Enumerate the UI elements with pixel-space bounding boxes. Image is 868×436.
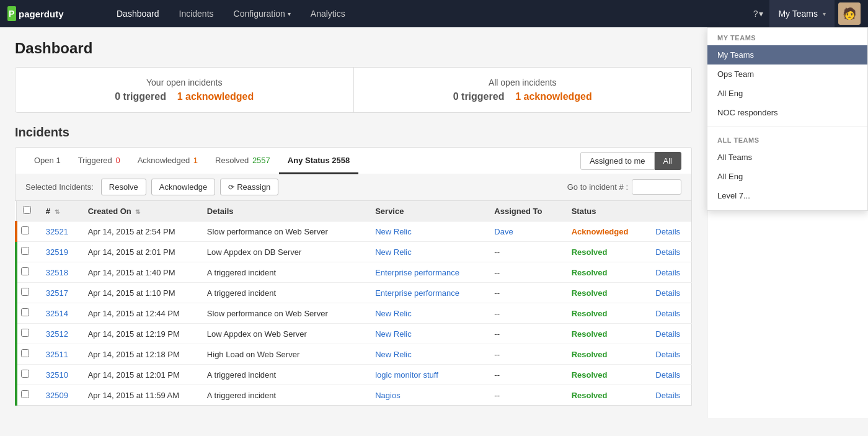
tab-open[interactable]: Open 1 (25, 148, 69, 174)
row-checkbox[interactable] (21, 329, 29, 337)
nav-configuration[interactable]: Configuration ▾ (224, 0, 301, 27)
sidebar-item-noc[interactable]: NOC responders (707, 103, 867, 122)
all-ack-count: 1 acknowledged (515, 91, 592, 102)
row-checkbox[interactable] (21, 370, 29, 378)
incident-details-link[interactable]: Details (655, 268, 680, 277)
my-teams-button[interactable]: My Teams ▾ (769, 0, 835, 27)
incident-number-cell: 32519 (40, 242, 82, 262)
nav-incidents[interactable]: Incidents (169, 0, 224, 27)
all-open-incidents-pane: All open incidents 0 triggered 1 acknowl… (354, 68, 692, 112)
assigned-dash: -- (494, 288, 500, 298)
incident-number-link[interactable]: 32510 (46, 370, 68, 380)
content-area: Dashboard Your open incidents 0 triggere… (0, 27, 707, 418)
incident-status-cell: Resolved (565, 324, 650, 344)
incident-action-cell: Details (649, 283, 691, 303)
incident-assigned-cell: -- (488, 365, 565, 385)
stats-box: Your open incidents 0 triggered 1 acknow… (15, 67, 692, 113)
avatar-button[interactable]: 🧑 (838, 2, 861, 25)
table-row: 32510 Apr 14, 2015 at 12:01 PM A trigger… (16, 365, 692, 385)
assigned-dash: -- (494, 350, 500, 359)
th-number[interactable]: # ⇅ (40, 201, 82, 221)
logo[interactable]: P pagerduty (7, 5, 94, 22)
resolve-button[interactable]: Resolve (101, 179, 146, 195)
incident-service-link[interactable]: New Relic (375, 350, 412, 359)
sidebar-item-all-eng-2[interactable]: All Eng (707, 167, 867, 186)
incident-service-link[interactable]: New Relic (375, 247, 412, 257)
incident-status-badge: Resolved (572, 268, 608, 277)
select-all-checkbox[interactable] (23, 206, 31, 214)
incident-status-badge: Acknowledged (572, 227, 629, 236)
row-checkbox-cell (16, 283, 40, 303)
row-checkbox-cell (16, 303, 40, 324)
incident-number-link[interactable]: 32517 (46, 288, 68, 298)
tab-acknowledged[interactable]: Acknowledged 1 (129, 148, 206, 174)
incident-service-link[interactable]: Enterprise performance (375, 268, 459, 277)
all-button[interactable]: All (655, 152, 681, 170)
row-checkbox[interactable] (21, 308, 29, 316)
nav-analytics[interactable]: Analytics (301, 0, 355, 27)
sidebar-item-ops-team[interactable]: Ops Team (707, 65, 867, 84)
incident-details-link[interactable]: Details (655, 350, 680, 359)
sidebar-item-all-eng[interactable]: All Eng (707, 84, 867, 103)
goto-incident: Go to incident # : (567, 179, 681, 195)
help-caret: ▾ (759, 9, 763, 19)
incident-status-badge: Resolved (572, 370, 608, 380)
row-checkbox-cell (16, 344, 40, 365)
acknowledge-button[interactable]: Acknowledge (151, 179, 215, 195)
tab-resolved[interactable]: Resolved 2557 (206, 148, 279, 174)
incident-service-link[interactable]: New Relic (375, 329, 412, 339)
incident-service-cell: logic monitor stuff (369, 365, 488, 385)
row-checkbox[interactable] (21, 267, 29, 275)
sidebar-item-all-teams[interactable]: All Teams (707, 148, 867, 167)
incident-service-link[interactable]: logic monitor stuff (375, 370, 438, 380)
row-checkbox[interactable] (21, 349, 29, 357)
incident-number-link[interactable]: 32511 (46, 350, 68, 359)
incident-details-link[interactable]: Details (655, 227, 680, 236)
row-checkbox[interactable] (21, 247, 29, 255)
sidebar-item-level7[interactable]: Level 7... (707, 186, 867, 205)
selected-incidents-label: Selected Incidents: (25, 182, 94, 192)
reassign-button[interactable]: ⟳ Reassign (220, 179, 278, 195)
goto-input[interactable] (632, 179, 681, 195)
incident-service-link[interactable]: Nagios (375, 391, 400, 400)
nav-dashboard[interactable]: Dashboard (107, 0, 169, 27)
tab-any-status[interactable]: Any Status 2558 (279, 148, 358, 174)
incident-number-link[interactable]: 32518 (46, 268, 68, 277)
sidebar-item-my-teams[interactable]: My Teams (707, 45, 867, 65)
incident-details-link[interactable]: Details (655, 329, 680, 339)
table-row: 32518 Apr 14, 2015 at 1:40 PM A triggere… (16, 262, 692, 283)
incident-service-cell: New Relic (369, 221, 488, 242)
incident-number-link[interactable]: 32512 (46, 329, 68, 339)
incident-service-link[interactable]: New Relic (375, 309, 412, 318)
row-checkbox-cell (16, 365, 40, 385)
table-header-row: # ⇅ Created On ⇅ Details Service Assigne… (16, 201, 692, 221)
row-checkbox[interactable] (21, 288, 29, 296)
assigned-to-me-button[interactable]: Assigned to me (580, 152, 655, 170)
row-checkbox[interactable] (21, 226, 29, 234)
incident-details-link[interactable]: Details (655, 247, 680, 257)
row-checkbox[interactable] (21, 390, 29, 398)
incident-service-link[interactable]: New Relic (375, 227, 412, 236)
incident-details-link[interactable]: Details (655, 370, 680, 380)
incident-details-link[interactable]: Details (655, 391, 680, 400)
incident-number-link[interactable]: 32521 (46, 227, 68, 236)
svg-text:P: P (9, 9, 14, 19)
th-created-on[interactable]: Created On ⇅ (82, 201, 201, 221)
incident-details-cell: High Load on Web Server (201, 344, 369, 365)
incident-details-link[interactable]: Details (655, 309, 680, 318)
my-teams-section-label: MY TEAMS (707, 28, 867, 45)
incident-action-cell: Details (649, 262, 691, 283)
incident-details-link[interactable]: Details (655, 288, 680, 298)
incident-number-link[interactable]: 32519 (46, 247, 68, 257)
my-teams-label: My Teams (778, 9, 818, 19)
help-icon: ? (753, 9, 758, 19)
incident-number-link[interactable]: 32509 (46, 391, 68, 400)
incident-created-cell: Apr 14, 2015 at 1:40 PM (82, 262, 201, 283)
help-button[interactable]: ? ▾ (747, 0, 770, 27)
assigned-person-link[interactable]: Dave (494, 227, 513, 236)
incident-action-cell: Details (649, 385, 691, 406)
incident-number-cell: 32512 (40, 324, 82, 344)
tab-triggered[interactable]: Triggered 0 (69, 148, 129, 174)
incident-number-link[interactable]: 32514 (46, 309, 68, 318)
incident-service-link[interactable]: Enterprise performance (375, 288, 459, 298)
